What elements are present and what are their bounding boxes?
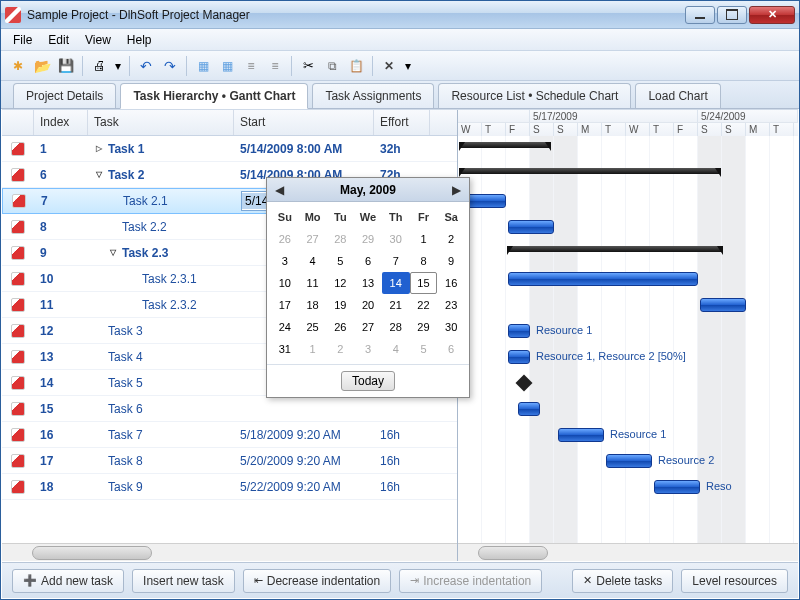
add-task-icon[interactable] — [192, 55, 214, 77]
task-row[interactable]: 1Task 15/14/2009 8:00 AM32h — [2, 136, 457, 162]
flag-icon[interactable] — [11, 376, 25, 390]
calendar-day[interactable]: 6 — [437, 338, 465, 360]
add-new-task-button[interactable]: ➕Add new task — [12, 569, 124, 593]
calendar-day[interactable]: 10 — [271, 272, 299, 294]
task-bar[interactable] — [558, 428, 604, 442]
copy-icon[interactable] — [321, 55, 343, 77]
flag-icon[interactable] — [11, 402, 25, 416]
effort-cell[interactable]: 16h — [374, 428, 430, 442]
gantt-scroll-thumb[interactable] — [478, 546, 548, 560]
task-bar[interactable] — [654, 480, 700, 494]
calendar-day[interactable]: 8 — [410, 250, 438, 272]
calendar-day[interactable]: 25 — [299, 316, 327, 338]
tab-resource-list[interactable]: Resource List • Schedule Chart — [438, 83, 631, 108]
calendar-day[interactable]: 14 — [382, 272, 410, 294]
task-name-cell[interactable]: Task 2.1 — [89, 194, 235, 208]
task-bar[interactable] — [508, 350, 530, 364]
calendar-day[interactable]: 21 — [382, 294, 410, 316]
insert-task-icon[interactable] — [216, 55, 238, 77]
calendar-day[interactable]: 28 — [382, 316, 410, 338]
calendar-day[interactable]: 11 — [299, 272, 327, 294]
task-row[interactable]: 17Task 85/20/2009 9:20 AM16h — [2, 448, 457, 474]
expander-icon[interactable] — [108, 248, 118, 258]
calendar-day[interactable]: 19 — [326, 294, 354, 316]
delete-icon[interactable] — [378, 55, 400, 77]
new-icon[interactable] — [7, 55, 29, 77]
flag-icon[interactable] — [12, 194, 26, 208]
cut-icon[interactable] — [297, 55, 319, 77]
calendar-day[interactable]: 5 — [410, 338, 438, 360]
minimize-button[interactable] — [685, 6, 715, 24]
undo-icon[interactable] — [135, 55, 157, 77]
grid-h-scrollbar[interactable] — [2, 543, 457, 561]
calendar-day[interactable]: 2 — [326, 338, 354, 360]
task-name-cell[interactable]: Task 6 — [88, 402, 234, 416]
indent-icon[interactable] — [264, 55, 286, 77]
task-row[interactable]: 16Task 75/18/2009 9:20 AM16h — [2, 422, 457, 448]
tab-task-hierarchy[interactable]: Task Hierarchy • Gantt Chart — [120, 83, 308, 109]
task-bar[interactable] — [508, 324, 530, 338]
calendar-day[interactable]: 12 — [326, 272, 354, 294]
flag-icon[interactable] — [11, 142, 25, 156]
calendar-day[interactable]: 15 — [410, 272, 438, 294]
outdent-icon[interactable] — [240, 55, 262, 77]
flag-icon[interactable] — [11, 272, 25, 286]
calendar-day[interactable]: 18 — [299, 294, 327, 316]
task-name-cell[interactable]: Task 2.3.2 — [88, 298, 234, 312]
calendar-day[interactable]: 26 — [326, 316, 354, 338]
task-bar[interactable] — [518, 402, 540, 416]
tab-project-details[interactable]: Project Details — [13, 83, 116, 108]
calendar-day[interactable]: 29 — [410, 316, 438, 338]
calendar-day[interactable]: 2 — [437, 228, 465, 250]
col-index[interactable]: Index — [34, 110, 88, 135]
task-bar[interactable] — [508, 220, 554, 234]
calendar-day[interactable]: 20 — [354, 294, 382, 316]
menu-file[interactable]: File — [5, 31, 40, 49]
calendar-day[interactable]: 23 — [437, 294, 465, 316]
calendar-day[interactable]: 27 — [354, 316, 382, 338]
today-button[interactable]: Today — [341, 371, 395, 391]
start-cell[interactable]: 5/14/2009 8:00 AM — [234, 142, 374, 156]
calendar-day[interactable]: 28 — [326, 228, 354, 250]
calendar-day[interactable]: 1 — [410, 228, 438, 250]
calendar-day[interactable]: 1 — [299, 338, 327, 360]
col-effort[interactable]: Effort — [374, 110, 430, 135]
level-resources-button[interactable]: Level resources — [681, 569, 788, 593]
task-name-cell[interactable]: Task 2.3.1 — [88, 272, 234, 286]
calendar-day[interactable]: 4 — [299, 250, 327, 272]
task-name-cell[interactable]: Task 2 — [88, 168, 234, 182]
maximize-button[interactable] — [717, 6, 747, 24]
tab-load-chart[interactable]: Load Chart — [635, 83, 720, 108]
task-name-cell[interactable]: Task 1 — [88, 142, 234, 156]
calendar-day[interactable]: 24 — [271, 316, 299, 338]
menu-view[interactable]: View — [77, 31, 119, 49]
flag-icon[interactable] — [11, 480, 25, 494]
calendar-day[interactable]: 6 — [354, 250, 382, 272]
delete-dropdown-icon[interactable]: ▾ — [402, 55, 414, 77]
flag-icon[interactable] — [11, 246, 25, 260]
flag-icon[interactable] — [11, 454, 25, 468]
calendar-day[interactable]: 22 — [410, 294, 438, 316]
calendar-day[interactable]: 30 — [382, 228, 410, 250]
task-name-cell[interactable]: Task 8 — [88, 454, 234, 468]
flag-icon[interactable] — [11, 220, 25, 234]
task-bar[interactable] — [606, 454, 652, 468]
flag-icon[interactable] — [11, 298, 25, 312]
effort-cell[interactable]: 32h — [374, 142, 430, 156]
col-start[interactable]: Start — [234, 110, 374, 135]
grid-scroll-thumb[interactable] — [32, 546, 152, 560]
start-cell[interactable]: 5/20/2009 9:20 AM — [234, 454, 374, 468]
task-name-cell[interactable]: Task 4 — [88, 350, 234, 364]
summary-bar[interactable] — [508, 246, 722, 252]
delete-tasks-button[interactable]: ✕Delete tasks — [572, 569, 673, 593]
decrease-indentation-button[interactable]: ⇤Decrease indentation — [243, 569, 391, 593]
paste-icon[interactable] — [345, 55, 367, 77]
insert-new-task-button[interactable]: Insert new task — [132, 569, 235, 593]
calendar-day[interactable]: 3 — [271, 250, 299, 272]
increase-indentation-button[interactable]: ⇥Increase indentation — [399, 569, 542, 593]
print-icon[interactable] — [88, 55, 110, 77]
task-name-cell[interactable]: Task 9 — [88, 480, 234, 494]
calendar-day[interactable]: 17 — [271, 294, 299, 316]
summary-bar[interactable] — [460, 142, 550, 148]
task-bar[interactable] — [508, 272, 698, 286]
